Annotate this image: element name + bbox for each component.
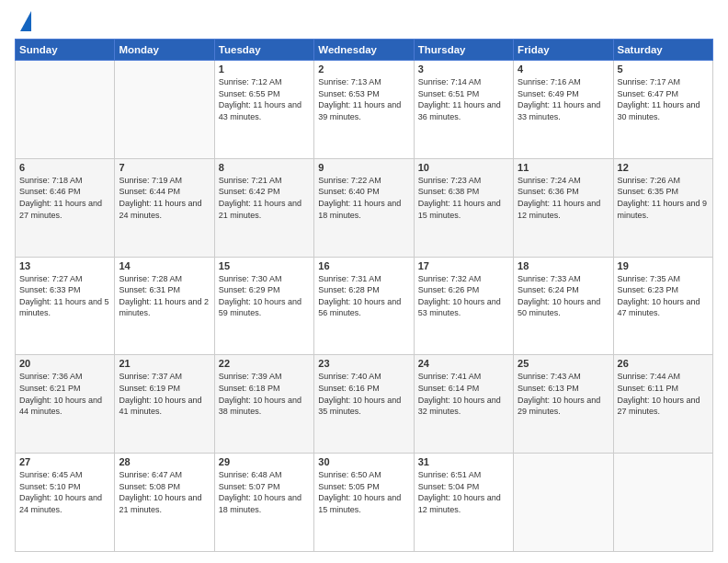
calendar-cell: 4Sunrise: 7:16 AMSunset: 6:49 PMDaylight… bbox=[514, 61, 613, 159]
weekday-header-sunday: Sunday bbox=[16, 40, 115, 61]
cell-content: Sunrise: 6:51 AMSunset: 5:04 PMDaylight:… bbox=[418, 469, 509, 515]
calendar-cell: 29Sunrise: 6:48 AMSunset: 5:07 PMDayligh… bbox=[214, 454, 313, 552]
cell-content: Sunrise: 7:44 AMSunset: 6:11 PMDaylight:… bbox=[618, 371, 709, 417]
calendar-cell: 22Sunrise: 7:39 AMSunset: 6:18 PMDayligh… bbox=[214, 355, 313, 454]
calendar-cell: 28Sunrise: 6:47 AMSunset: 5:08 PMDayligh… bbox=[115, 454, 214, 552]
calendar-cell: 21Sunrise: 7:37 AMSunset: 6:19 PMDayligh… bbox=[115, 355, 214, 454]
cell-content: Sunrise: 7:22 AMSunset: 6:40 PMDaylight:… bbox=[318, 175, 409, 221]
cell-content: Sunrise: 7:24 AMSunset: 6:36 PMDaylight:… bbox=[518, 175, 609, 221]
cell-content: Sunrise: 7:12 AMSunset: 6:55 PMDaylight:… bbox=[219, 76, 310, 122]
calendar-cell: 15Sunrise: 7:30 AMSunset: 6:29 PMDayligh… bbox=[214, 257, 313, 355]
day-number: 21 bbox=[119, 358, 210, 369]
day-number: 28 bbox=[119, 456, 210, 467]
calendar-cell: 20Sunrise: 7:36 AMSunset: 6:21 PMDayligh… bbox=[16, 355, 115, 454]
calendar-cell: 2Sunrise: 7:13 AMSunset: 6:53 PMDaylight… bbox=[314, 61, 414, 159]
cell-content: Sunrise: 7:37 AMSunset: 6:19 PMDaylight:… bbox=[119, 371, 210, 417]
day-number: 27 bbox=[19, 456, 110, 467]
calendar-week-4: 20Sunrise: 7:36 AMSunset: 6:21 PMDayligh… bbox=[16, 355, 713, 454]
calendar-cell: 3Sunrise: 7:14 AMSunset: 6:51 PMDaylight… bbox=[414, 61, 513, 159]
cell-content: Sunrise: 6:47 AMSunset: 5:08 PMDaylight:… bbox=[119, 469, 210, 515]
calendar-cell: 10Sunrise: 7:23 AMSunset: 6:38 PMDayligh… bbox=[414, 158, 513, 257]
calendar-cell bbox=[16, 61, 115, 159]
calendar-cell: 6Sunrise: 7:18 AMSunset: 6:46 PMDaylight… bbox=[16, 158, 115, 257]
calendar-cell bbox=[514, 454, 613, 552]
cell-content: Sunrise: 7:30 AMSunset: 6:29 PMDaylight:… bbox=[219, 273, 310, 319]
calendar-cell: 31Sunrise: 6:51 AMSunset: 5:04 PMDayligh… bbox=[414, 454, 513, 552]
day-number: 3 bbox=[418, 63, 509, 75]
day-number: 5 bbox=[618, 63, 709, 75]
calendar-cell: 7Sunrise: 7:19 AMSunset: 6:44 PMDaylight… bbox=[115, 158, 214, 257]
calendar-table: SundayMondayTuesdayWednesdayThursdayFrid… bbox=[15, 39, 713, 552]
weekday-header-tuesday: Tuesday bbox=[214, 40, 313, 61]
cell-content: Sunrise: 7:40 AMSunset: 6:16 PMDaylight:… bbox=[318, 371, 409, 417]
day-number: 7 bbox=[119, 162, 210, 173]
cell-content: Sunrise: 7:39 AMSunset: 6:18 PMDaylight:… bbox=[219, 371, 310, 417]
day-number: 30 bbox=[318, 456, 409, 467]
day-number: 22 bbox=[219, 358, 310, 369]
day-number: 26 bbox=[618, 358, 709, 369]
day-number: 12 bbox=[618, 162, 709, 173]
cell-content: Sunrise: 7:41 AMSunset: 6:14 PMDaylight:… bbox=[418, 371, 509, 417]
cell-content: Sunrise: 7:16 AMSunset: 6:49 PMDaylight:… bbox=[518, 76, 609, 122]
day-number: 17 bbox=[418, 260, 509, 271]
calendar-week-1: 1Sunrise: 7:12 AMSunset: 6:55 PMDaylight… bbox=[16, 61, 713, 159]
cell-content: Sunrise: 7:43 AMSunset: 6:13 PMDaylight:… bbox=[518, 371, 609, 417]
cell-content: Sunrise: 7:32 AMSunset: 6:26 PMDaylight:… bbox=[418, 273, 509, 319]
day-number: 1 bbox=[219, 63, 310, 75]
cell-content: Sunrise: 7:27 AMSunset: 6:33 PMDaylight:… bbox=[19, 273, 110, 319]
calendar-cell: 5Sunrise: 7:17 AMSunset: 6:47 PMDaylight… bbox=[613, 61, 712, 159]
cell-content: Sunrise: 7:35 AMSunset: 6:23 PMDaylight:… bbox=[618, 273, 709, 319]
calendar-cell: 24Sunrise: 7:41 AMSunset: 6:14 PMDayligh… bbox=[414, 355, 513, 454]
logo-icon bbox=[20, 11, 31, 31]
calendar-week-3: 13Sunrise: 7:27 AMSunset: 6:33 PMDayligh… bbox=[16, 257, 713, 355]
calendar-header-row: SundayMondayTuesdayWednesdayThursdayFrid… bbox=[16, 40, 713, 61]
header bbox=[15, 11, 713, 31]
calendar-cell: 26Sunrise: 7:44 AMSunset: 6:11 PMDayligh… bbox=[613, 355, 712, 454]
cell-content: Sunrise: 7:19 AMSunset: 6:44 PMDaylight:… bbox=[119, 175, 210, 221]
day-number: 25 bbox=[518, 358, 609, 369]
day-number: 9 bbox=[318, 162, 409, 173]
calendar-cell bbox=[613, 454, 712, 552]
weekday-header-thursday: Thursday bbox=[414, 40, 513, 61]
cell-content: Sunrise: 7:26 AMSunset: 6:35 PMDaylight:… bbox=[618, 175, 709, 221]
day-number: 31 bbox=[418, 456, 509, 467]
calendar-cell: 13Sunrise: 7:27 AMSunset: 6:33 PMDayligh… bbox=[16, 257, 115, 355]
day-number: 19 bbox=[618, 260, 709, 271]
cell-content: Sunrise: 7:28 AMSunset: 6:31 PMDaylight:… bbox=[119, 273, 210, 319]
calendar-cell: 17Sunrise: 7:32 AMSunset: 6:26 PMDayligh… bbox=[414, 257, 513, 355]
day-number: 14 bbox=[119, 260, 210, 271]
calendar-cell: 30Sunrise: 6:50 AMSunset: 5:05 PMDayligh… bbox=[314, 454, 414, 552]
calendar-cell: 8Sunrise: 7:21 AMSunset: 6:42 PMDaylight… bbox=[214, 158, 313, 257]
logo bbox=[15, 11, 31, 31]
calendar-week-5: 27Sunrise: 6:45 AMSunset: 5:10 PMDayligh… bbox=[16, 454, 713, 552]
day-number: 16 bbox=[318, 260, 409, 271]
calendar-cell: 9Sunrise: 7:22 AMSunset: 6:40 PMDaylight… bbox=[314, 158, 414, 257]
cell-content: Sunrise: 6:50 AMSunset: 5:05 PMDaylight:… bbox=[318, 469, 409, 515]
day-number: 20 bbox=[19, 358, 110, 369]
weekday-header-wednesday: Wednesday bbox=[314, 40, 414, 61]
cell-content: Sunrise: 7:36 AMSunset: 6:21 PMDaylight:… bbox=[19, 371, 110, 417]
calendar-cell: 16Sunrise: 7:31 AMSunset: 6:28 PMDayligh… bbox=[314, 257, 414, 355]
calendar-cell: 18Sunrise: 7:33 AMSunset: 6:24 PMDayligh… bbox=[514, 257, 613, 355]
cell-content: Sunrise: 7:18 AMSunset: 6:46 PMDaylight:… bbox=[19, 175, 110, 221]
day-number: 2 bbox=[318, 63, 409, 75]
cell-content: Sunrise: 6:48 AMSunset: 5:07 PMDaylight:… bbox=[219, 469, 310, 515]
day-number: 13 bbox=[19, 260, 110, 271]
calendar-cell: 25Sunrise: 7:43 AMSunset: 6:13 PMDayligh… bbox=[514, 355, 613, 454]
calendar-cell: 11Sunrise: 7:24 AMSunset: 6:36 PMDayligh… bbox=[514, 158, 613, 257]
calendar-cell: 12Sunrise: 7:26 AMSunset: 6:35 PMDayligh… bbox=[613, 158, 712, 257]
cell-content: Sunrise: 6:45 AMSunset: 5:10 PMDaylight:… bbox=[19, 469, 110, 515]
day-number: 23 bbox=[318, 358, 409, 369]
day-number: 8 bbox=[219, 162, 310, 173]
day-number: 10 bbox=[418, 162, 509, 173]
day-number: 15 bbox=[219, 260, 310, 271]
day-number: 18 bbox=[518, 260, 609, 271]
cell-content: Sunrise: 7:14 AMSunset: 6:51 PMDaylight:… bbox=[418, 76, 509, 122]
cell-content: Sunrise: 7:23 AMSunset: 6:38 PMDaylight:… bbox=[418, 175, 509, 221]
day-number: 24 bbox=[418, 358, 509, 369]
cell-content: Sunrise: 7:31 AMSunset: 6:28 PMDaylight:… bbox=[318, 273, 409, 319]
calendar-cell: 23Sunrise: 7:40 AMSunset: 6:16 PMDayligh… bbox=[314, 355, 414, 454]
page: SundayMondayTuesdayWednesdayThursdayFrid… bbox=[0, 0, 728, 563]
calendar-cell bbox=[115, 61, 214, 159]
calendar-cell: 19Sunrise: 7:35 AMSunset: 6:23 PMDayligh… bbox=[613, 257, 712, 355]
